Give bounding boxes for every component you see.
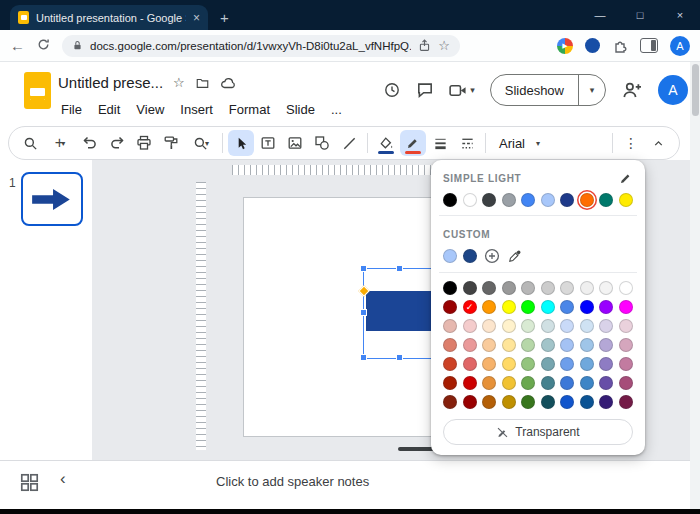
puzzle-extensions-icon[interactable] <box>612 38 628 54</box>
theme-color-swatch[interactable] <box>463 193 477 207</box>
palette-color-swatch[interactable] <box>443 376 457 390</box>
add-custom-color-button[interactable] <box>484 248 500 264</box>
palette-color-swatch[interactable] <box>599 338 613 352</box>
version-history-button[interactable] <box>383 81 401 99</box>
bookmark-star-icon[interactable]: ☆ <box>438 39 450 52</box>
palette-color-swatch[interactable] <box>599 395 613 409</box>
theme-color-swatch[interactable] <box>619 193 633 207</box>
palette-color-swatch[interactable] <box>502 300 516 314</box>
fill-color-button[interactable] <box>373 130 399 156</box>
border-weight-button[interactable] <box>427 130 453 156</box>
theme-color-swatch[interactable] <box>443 193 457 207</box>
document-title[interactable]: Untitled prese... <box>58 74 163 91</box>
back-button[interactable]: ← <box>10 38 25 53</box>
palette-color-swatch[interactable] <box>599 319 613 333</box>
palette-color-swatch[interactable] <box>541 319 555 333</box>
palette-color-swatch[interactable] <box>619 357 633 371</box>
palette-color-swatch[interactable] <box>580 376 594 390</box>
menu-view[interactable]: View <box>129 100 171 119</box>
reload-button[interactable] <box>36 37 51 54</box>
custom-color-swatch[interactable] <box>443 249 457 263</box>
menu-slide[interactable]: Slide <box>279 100 322 119</box>
circular-extension-icon[interactable] <box>585 38 600 53</box>
insert-image-button[interactable] <box>282 130 308 156</box>
border-color-button[interactable] <box>400 130 426 156</box>
palette-color-swatch[interactable] <box>443 319 457 333</box>
palette-color-swatch[interactable] <box>619 338 633 352</box>
menu-format[interactable]: Format <box>222 100 277 119</box>
scrollbar-thumb[interactable] <box>692 64 699 116</box>
new-tab-button[interactable]: + <box>220 9 229 26</box>
redo-button[interactable] <box>104 130 130 156</box>
palette-color-swatch[interactable] <box>502 376 516 390</box>
notes-resize-handle[interactable] <box>398 447 434 451</box>
undo-button[interactable] <box>77 130 103 156</box>
search-menus-button[interactable] <box>17 130 43 156</box>
palette-color-swatch[interactable] <box>580 300 594 314</box>
palette-color-swatch[interactable] <box>482 281 496 295</box>
palette-color-swatch[interactable] <box>463 319 477 333</box>
vertical-scrollbar[interactable] <box>690 62 700 509</box>
palette-color-swatch[interactable] <box>521 319 535 333</box>
palette-color-swatch[interactable] <box>443 338 457 352</box>
palette-color-swatch[interactable]: ✓ <box>463 300 477 314</box>
palette-color-swatch[interactable] <box>541 300 555 314</box>
address-bar[interactable]: docs.google.com/presentation/d/1vwxyVh-D… <box>62 35 460 57</box>
palette-color-swatch[interactable] <box>521 300 535 314</box>
select-tool-button[interactable] <box>228 130 254 156</box>
palette-color-swatch[interactable] <box>619 376 633 390</box>
palette-color-swatch[interactable] <box>599 357 613 371</box>
border-dash-button[interactable] <box>454 130 480 156</box>
palette-color-swatch[interactable] <box>541 395 555 409</box>
eyedropper-button[interactable] <box>507 248 523 264</box>
menu-file[interactable]: File <box>54 100 89 119</box>
account-avatar[interactable]: A <box>658 75 688 105</box>
print-button[interactable] <box>131 130 157 156</box>
theme-color-swatch[interactable] <box>580 193 594 207</box>
palette-color-swatch[interactable] <box>463 395 477 409</box>
menu-more[interactable]: ... <box>324 100 349 119</box>
theme-color-swatch[interactable] <box>541 193 555 207</box>
palette-color-swatch[interactable] <box>463 281 477 295</box>
palette-color-swatch[interactable] <box>482 376 496 390</box>
menu-edit[interactable]: Edit <box>91 100 127 119</box>
palette-color-swatch[interactable] <box>560 357 574 371</box>
font-family-select[interactable]: Arial ▾ <box>491 136 548 151</box>
palette-color-swatch[interactable] <box>580 357 594 371</box>
palette-color-swatch[interactable] <box>560 300 574 314</box>
palette-color-swatch[interactable] <box>541 376 555 390</box>
palette-color-swatch[interactable] <box>482 395 496 409</box>
theme-color-swatch[interactable] <box>502 193 516 207</box>
theme-color-swatch[interactable] <box>599 193 613 207</box>
palette-color-swatch[interactable] <box>580 338 594 352</box>
palette-color-swatch[interactable] <box>599 281 613 295</box>
slideshow-button[interactable]: Slideshow <box>491 75 578 105</box>
minimize-button[interactable]: — <box>580 9 620 21</box>
palette-color-swatch[interactable] <box>482 357 496 371</box>
share-presentation-button[interactable] <box>621 80 643 100</box>
browser-profile-avatar[interactable]: A <box>670 36 690 56</box>
edit-theme-colors-button[interactable] <box>617 170 633 186</box>
share-icon[interactable] <box>418 39 431 52</box>
star-document-icon[interactable]: ☆ <box>173 76 185 89</box>
resize-handle-bottom[interactable] <box>396 354 403 361</box>
collapse-toolbar-button[interactable] <box>645 130 671 156</box>
palette-color-swatch[interactable] <box>560 338 574 352</box>
palette-color-swatch[interactable] <box>560 319 574 333</box>
maximize-button[interactable]: □ <box>620 9 660 21</box>
text-box-button[interactable] <box>255 130 281 156</box>
resize-handle-top[interactable] <box>396 265 403 272</box>
side-panel-icon[interactable] <box>640 38 658 53</box>
join-call-button[interactable]: ▾ <box>449 83 475 98</box>
menu-insert[interactable]: Insert <box>173 100 220 119</box>
palette-color-swatch[interactable] <box>443 281 457 295</box>
move-folder-icon[interactable] <box>195 76 210 90</box>
custom-color-swatch[interactable] <box>463 249 477 263</box>
palette-color-swatch[interactable] <box>599 300 613 314</box>
resize-handle-mid-left[interactable] <box>360 309 367 316</box>
palette-color-swatch[interactable] <box>521 395 535 409</box>
close-window-button[interactable]: × <box>660 9 700 21</box>
palette-color-swatch[interactable] <box>580 395 594 409</box>
palette-color-swatch[interactable] <box>463 338 477 352</box>
slideshow-caret-button[interactable]: ▾ <box>578 75 605 105</box>
